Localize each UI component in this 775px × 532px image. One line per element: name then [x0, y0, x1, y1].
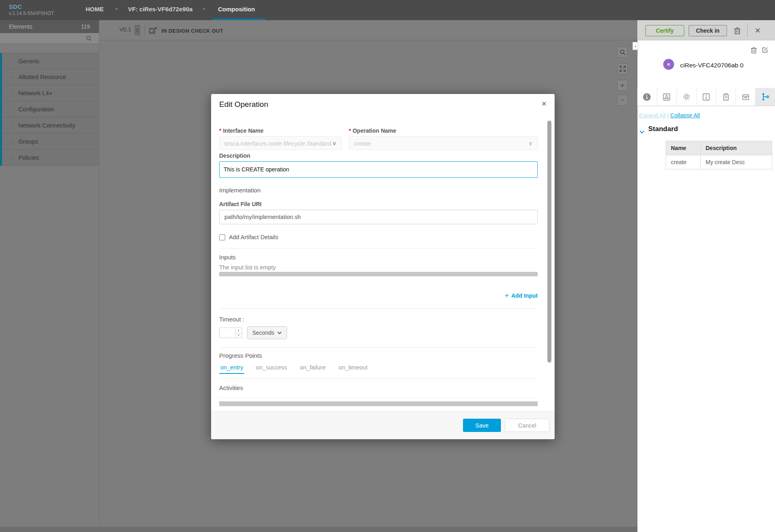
add-input-button[interactable]: + Add Input	[219, 292, 538, 299]
operations-workflow-icon	[761, 92, 770, 101]
chevron-down-icon: ⌄	[9, 139, 13, 144]
close-composition-button[interactable]: ✕	[752, 25, 763, 36]
sidebar-item-configuration[interactable]: ⌄Configuration	[2, 101, 99, 117]
timeout-spinner: ▲ ▼	[235, 328, 242, 338]
zoom-out-button[interactable]: −	[617, 95, 628, 106]
description-textarea[interactable]: This is CREATE operation	[219, 161, 538, 178]
col-description: Description	[701, 141, 772, 155]
tab-operations[interactable]	[756, 88, 775, 106]
sidebar-item-network-connectivity[interactable]: ⌄Network Connectivity	[2, 117, 99, 134]
tab-on-entry[interactable]: on_entry	[219, 364, 244, 374]
interface-section-title[interactable]: Standard	[648, 125, 678, 133]
chevron-down-icon: ∨	[528, 140, 532, 146]
panel-collapse-button[interactable]: ›	[633, 42, 638, 50]
operation-desc-cell[interactable]: My create Desc	[701, 155, 772, 169]
sidebar-item-groups[interactable]: ⌄Groups	[2, 134, 99, 150]
modal-close-button[interactable]: ✕	[540, 100, 548, 108]
chevron-down-icon: ⌄	[9, 155, 13, 160]
artifact-uri-input[interactable]	[219, 210, 538, 224]
timeout-input[interactable]	[220, 328, 235, 338]
lifecycle-status-label: IN DESIGN CHECK OUT	[161, 28, 223, 34]
tab-on-timeout[interactable]: on_timeout	[337, 364, 369, 374]
toolbar-separator	[145, 24, 145, 36]
save-button[interactable]: Save	[463, 419, 501, 432]
inputs-empty-text: The input list is empty	[219, 264, 538, 271]
gear-icon	[682, 92, 691, 101]
tab-requirements-capabilities[interactable]	[716, 88, 736, 106]
magnifier-icon	[620, 49, 626, 55]
search-icon	[86, 35, 92, 41]
spin-down-icon[interactable]: ▼	[235, 333, 242, 338]
breadcrumb-arrow-icon: ▸	[203, 6, 205, 11]
table-row[interactable]: create My create Desc	[666, 155, 772, 169]
tab-on-failure[interactable]: on_failure	[299, 364, 327, 374]
fullscreen-icon	[620, 66, 626, 72]
trash-icon	[751, 47, 757, 54]
tab-properties[interactable]	[677, 88, 697, 106]
operations-table: Name Description create My create Desc	[666, 141, 772, 169]
spin-up-icon[interactable]: ▲	[235, 328, 242, 333]
collapse-all-link[interactable]: Collapse All	[670, 112, 700, 119]
add-artifact-checkbox[interactable]	[219, 234, 225, 240]
canvas-fit-button[interactable]	[617, 63, 628, 74]
operation-name-label: *Operation Name	[349, 127, 538, 134]
sidebar-canvas-divider	[99, 20, 99, 532]
chevron-down-icon: ⌄	[9, 59, 13, 63]
section-divider	[219, 309, 538, 309]
sidebar-item-network-l4[interactable]: ⌄Network L4+	[2, 85, 99, 101]
elements-search-input[interactable]	[0, 33, 99, 44]
delete-vf-button[interactable]	[732, 25, 742, 36]
modal-body: *Interface Name tosca.interfaces.node.li…	[211, 117, 555, 411]
edit-operation-modal: Edit Operation ✕ *Interface Name tosca.i…	[211, 94, 555, 439]
check-in-button[interactable]: Check in	[689, 25, 727, 36]
edit-component-button[interactable]	[762, 47, 768, 55]
header-separator	[747, 23, 748, 37]
thin-divider	[219, 398, 538, 398]
sidebar-item-generic[interactable]: ⌄Generic	[2, 53, 99, 69]
chevron-right-icon: ›	[635, 44, 636, 48]
required-asterisk: *	[219, 127, 221, 134]
timeout-row: ▲ ▼ Seconds	[219, 326, 538, 339]
close-icon: ✕	[541, 100, 547, 108]
clipboard-icon	[722, 93, 730, 101]
tab-artifacts[interactable]	[657, 88, 677, 106]
tab-information-artifacts[interactable]	[697, 88, 716, 106]
activities-horizontal-scrollbar[interactable]	[219, 401, 538, 406]
elements-title: Elements	[9, 23, 32, 30]
chevron-down-icon: ∨	[332, 140, 336, 146]
section-divider	[219, 347, 538, 348]
modal-footer: Save Cancel	[211, 411, 555, 439]
tab-deployment-artifacts[interactable]	[736, 88, 756, 106]
required-asterisk: *	[349, 127, 351, 134]
delete-component-button[interactable]	[751, 47, 757, 55]
expand-all-link[interactable]: Expand All	[639, 112, 666, 119]
tab-general-info[interactable]	[637, 88, 657, 106]
breadcrumb-vf[interactable]: VF: ciRes-VF6d72e90a	[128, 6, 193, 13]
modal-vertical-scrollbar[interactable]	[547, 121, 551, 363]
chevron-down-icon	[277, 332, 282, 334]
canvas-search-button[interactable]	[617, 47, 628, 58]
section-chevron-down-icon[interactable]	[639, 128, 645, 136]
cancel-button[interactable]: Cancel	[505, 419, 549, 432]
interface-name-select[interactable]: tosca.interfaces.node.lifecycle.Standard…	[219, 136, 341, 150]
zoom-in-button[interactable]: +	[617, 80, 628, 91]
operation-name-select[interactable]: create ∨	[349, 136, 538, 150]
sidebar-item-policies[interactable]: ⌄Policies	[2, 150, 99, 166]
operation-name-cell[interactable]: create	[666, 155, 701, 169]
version-selector[interactable]: V0.1	[119, 26, 131, 33]
timeout-label: Timeout :	[219, 316, 538, 323]
tab-on-success[interactable]: on_success	[255, 364, 288, 374]
certify-button[interactable]: Certify	[645, 25, 684, 36]
col-name: Name	[666, 141, 701, 155]
app-logo[interactable]: SDC	[9, 3, 22, 10]
modal-title: Edit Operation	[219, 100, 268, 109]
breadcrumb-home[interactable]: HOME	[86, 6, 104, 13]
info-circle-icon	[643, 93, 651, 101]
sidebar-item-allotted-resource[interactable]: ⌄Allotted Resource	[2, 69, 99, 85]
element-categories: ⌄Generic ⌄Allotted Resource ⌄Network L4+…	[0, 53, 99, 166]
interface-name-label: *Interface Name	[219, 127, 341, 134]
inputs-horizontal-scrollbar[interactable]	[219, 272, 538, 276]
version-spinner[interactable]: ▲▼	[135, 25, 140, 35]
breadcrumb-composition[interactable]: Composition	[218, 6, 255, 13]
timeout-unit-select[interactable]: Seconds	[247, 326, 287, 339]
